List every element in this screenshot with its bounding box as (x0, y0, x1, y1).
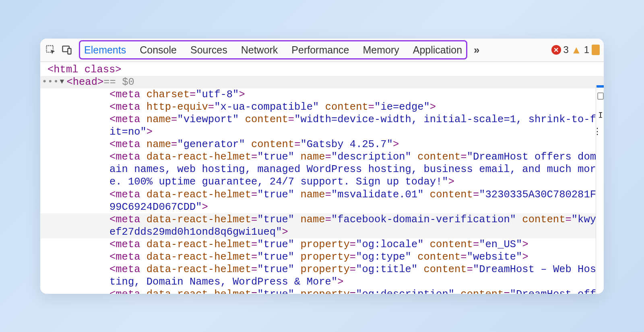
devtools-toolbar: Elements Console Sources Network Perform… (40, 39, 604, 62)
inspect-element-icon[interactable] (43, 43, 58, 57)
tab-performance[interactable]: Performance (291, 44, 349, 56)
warning-count: 1 (584, 44, 589, 55)
dom-node-meta[interactable]: <meta name="generator" content="Gatsby 4… (40, 138, 604, 151)
expand-toggle-icon[interactable]: ▼ (60, 78, 64, 86)
dom-node-html[interactable]: <html class> (40, 64, 604, 76)
tab-memory[interactable]: Memory (363, 44, 399, 56)
dom-node-meta[interactable]: <meta data-react-helmet="true" name="fac… (40, 213, 604, 238)
warning-icon: ▲ (571, 44, 582, 56)
tab-network[interactable]: Network (241, 44, 278, 56)
dom-node-meta[interactable]: <meta data-react-helmet="true" name="msv… (40, 189, 604, 213)
tab-application[interactable]: Application (413, 44, 462, 56)
dom-node-meta[interactable]: <meta data-react-helmet="true" property=… (40, 263, 604, 288)
tab-sources[interactable]: Sources (190, 44, 227, 56)
error-count: 3 (564, 44, 569, 55)
device-toggle-icon[interactable] (60, 43, 74, 57)
elements-tree[interactable]: <html class>•••▼<head> == $0<meta charse… (40, 62, 604, 294)
dom-node-meta[interactable]: <meta name="viewport" content="width=dev… (40, 113, 604, 138)
error-badge[interactable]: ✕ 3 (551, 44, 569, 55)
dom-node-meta[interactable]: <meta http-equiv="x-ua-compatible" conte… (40, 101, 604, 113)
dom-node-meta[interactable]: <meta data-react-helmet="true" name="des… (40, 151, 604, 188)
selected-element-marker: == $0 (103, 76, 134, 88)
devtools-window: Elements Console Sources Network Perform… (40, 39, 604, 294)
tab-elements[interactable]: Elements (84, 44, 126, 56)
dom-node-meta[interactable]: <meta data-react-helmet="true" property=… (40, 251, 604, 263)
error-icon: ✕ (551, 45, 561, 55)
side-more-icon[interactable]: ⋮ (593, 127, 602, 138)
tab-console[interactable]: Console (140, 44, 177, 56)
dom-node-meta[interactable]: <meta data-react-helmet="true" property=… (40, 288, 604, 293)
ellipsis-icon[interactable]: ••• (42, 77, 59, 88)
svg-rect-2 (68, 49, 71, 54)
side-square-icon[interactable] (597, 92, 604, 100)
issues-icon (592, 45, 600, 55)
dom-node-head-selected[interactable]: •••▼<head> == $0 (40, 76, 604, 88)
tabs-highlight-box: Elements Console Sources Network Perform… (79, 40, 467, 59)
more-tabs-icon[interactable]: » (474, 44, 479, 56)
dom-node-meta[interactable]: <meta charset="utf-8"> (40, 88, 604, 101)
issues-badge[interactable] (592, 45, 600, 55)
dom-node-meta[interactable]: <meta data-react-helmet="true" property=… (40, 238, 604, 251)
side-letter: I (598, 110, 603, 120)
warning-badge[interactable]: ▲ 1 (571, 44, 589, 56)
side-panel-strip: I ⋮ (596, 85, 604, 294)
